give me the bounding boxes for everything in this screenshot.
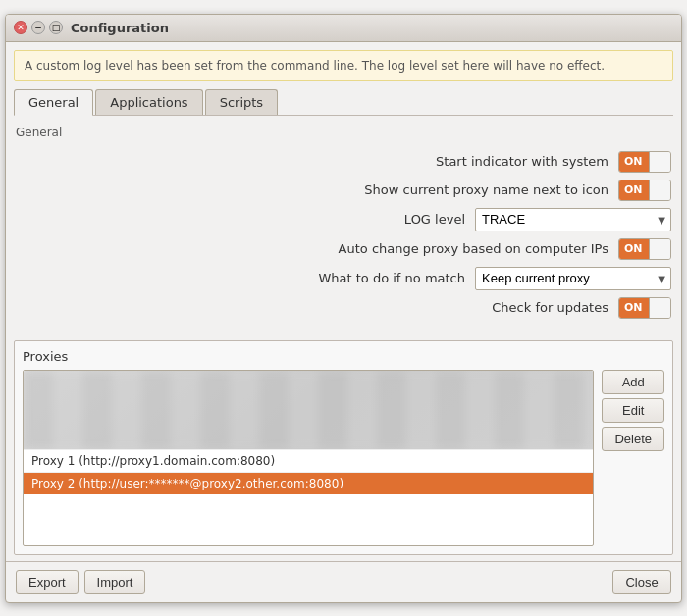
proxy-item-1[interactable]: Proxy 1 (http://proxy1.domain.com:8080) <box>24 449 593 472</box>
row-start-indicator: Start indicator with system ON <box>16 151 671 173</box>
window-controls: ✕ − □ <box>14 21 63 34</box>
row-auto-change-proxy: Auto change proxy based on computer IPs … <box>16 238 671 260</box>
proxies-section: Proxies Proxy 1 (http://proxy1.domain.co… <box>14 340 673 555</box>
toggle-auto-change-proxy[interactable]: ON <box>618 238 671 260</box>
toggle-thumb-3 <box>649 239 670 259</box>
warning-text: A custom log level has been set from the… <box>25 59 605 73</box>
titlebar: ✕ − □ Configuration <box>6 15 681 42</box>
no-match-dropdown-wrapper: Keep current proxy No proxy Use first pr… <box>475 267 671 290</box>
tab-content-general: General Start indicator with system ON S… <box>6 116 681 333</box>
toggle-thumb-4 <box>649 298 670 318</box>
toggle-on-label-2: ON <box>619 180 649 200</box>
no-match-dropdown[interactable]: Keep current proxy No proxy Use first pr… <box>475 267 671 290</box>
bottom-bar: Export Import Close <box>6 561 681 602</box>
tab-applications[interactable]: Applications <box>95 89 202 115</box>
toggle-thumb-2 <box>649 180 670 200</box>
row-check-updates: Check for updates ON <box>16 297 671 319</box>
toggle-start-indicator[interactable]: ON <box>618 151 671 173</box>
toggle-check-updates[interactable]: ON <box>618 297 671 319</box>
toggle-on-label: ON <box>619 152 649 172</box>
general-section-label: General <box>16 126 671 139</box>
close-button[interactable]: Close <box>612 570 671 594</box>
window-title: Configuration <box>71 21 169 35</box>
add-proxy-button[interactable]: Add <box>602 370 664 394</box>
maximize-window-button[interactable]: □ <box>49 21 63 34</box>
log-level-dropdown-wrapper: TRACE DEBUG INFO WARNING ERROR <box>475 208 671 231</box>
row-no-match: What to do if no match Keep current prox… <box>16 267 671 290</box>
export-button[interactable]: Export <box>16 570 79 594</box>
label-log-level: LOG level <box>230 212 465 227</box>
proxies-body: Proxy 1 (http://proxy1.domain.com:8080) … <box>23 370 664 546</box>
tab-general[interactable]: General <box>14 89 93 116</box>
label-no-match: What to do if no match <box>230 271 465 285</box>
import-button[interactable]: Import <box>84 570 146 594</box>
proxy-thumbnail <box>24 371 593 449</box>
label-show-proxy-name: Show current proxy name next to icon <box>364 182 608 197</box>
tab-scripts[interactable]: Scripts <box>205 89 278 115</box>
label-auto-change-proxy: Auto change proxy based on computer IPs <box>339 241 608 256</box>
label-start-indicator: Start indicator with system <box>373 154 608 169</box>
toggle-on-label-4: ON <box>619 298 649 318</box>
proxy-thumbnail-blur <box>24 371 593 449</box>
row-log-level: LOG level TRACE DEBUG INFO WARNING ERROR <box>16 208 671 231</box>
configuration-window: ✕ − □ Configuration A custom log level h… <box>5 14 682 603</box>
proxies-list: Proxy 1 (http://proxy1.domain.com:8080) … <box>23 370 594 546</box>
proxies-buttons: Add Edit Delete <box>602 370 664 546</box>
close-window-button[interactable]: ✕ <box>14 21 27 34</box>
toggle-on-label-3: ON <box>619 239 649 259</box>
warning-banner: A custom log level has been set from the… <box>14 50 673 81</box>
minimize-window-button[interactable]: − <box>31 21 45 34</box>
proxies-section-label: Proxies <box>23 349 664 364</box>
proxy-item-2[interactable]: Proxy 2 (http://user:*******@proxy2.othe… <box>24 472 593 494</box>
edit-proxy-button[interactable]: Edit <box>602 398 664 423</box>
toggle-thumb <box>649 152 670 172</box>
bottom-left-buttons: Export Import <box>16 570 145 594</box>
toggle-show-proxy-name[interactable]: ON <box>618 180 671 201</box>
tabs-bar: General Applications Scripts <box>14 89 673 116</box>
row-show-proxy-name: Show current proxy name next to icon ON <box>16 180 671 201</box>
log-level-dropdown[interactable]: TRACE DEBUG INFO WARNING ERROR <box>475 208 671 231</box>
form-rows: Start indicator with system ON Show curr… <box>16 147 671 323</box>
delete-proxy-button[interactable]: Delete <box>602 427 664 451</box>
label-check-updates: Check for updates <box>373 300 608 315</box>
